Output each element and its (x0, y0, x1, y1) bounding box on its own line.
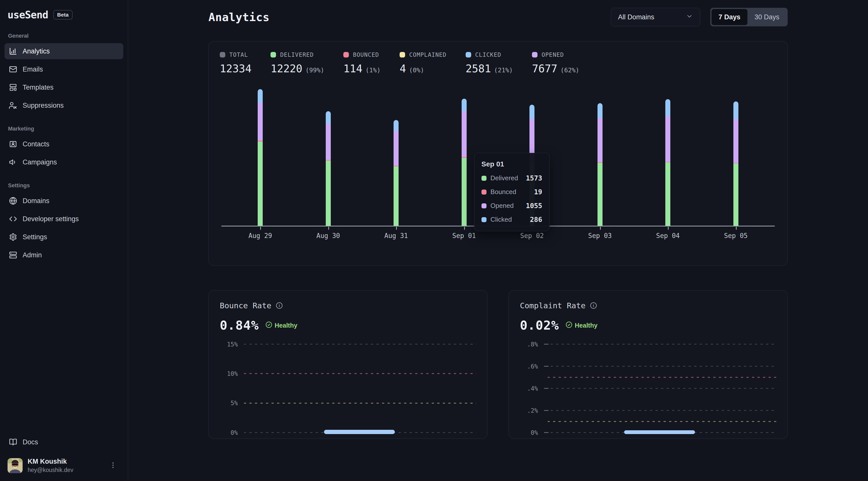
bar-sep-04[interactable] (665, 99, 670, 226)
sidebar-item-settings[interactable]: Settings (4, 229, 123, 245)
bar-segment-clicked (733, 101, 738, 119)
email-volume-card: TOTAL12334DELIVERED12220(99%)BOUNCED114(… (209, 41, 787, 266)
complaint-rate-value: 0.02% (520, 318, 559, 333)
bar-segment-delivered (394, 166, 399, 226)
bar-segment-clicked (529, 105, 534, 119)
bounce-rate-value: 0.84% (220, 318, 259, 333)
sidebar-item-campaigns[interactable]: Campaigns (4, 154, 123, 170)
rate-line-segment (324, 430, 395, 434)
y-axis-label: 0% (220, 429, 238, 436)
y-axis-tick (544, 344, 549, 345)
stat-complained: COMPLAINED4(0%) (400, 52, 446, 75)
tooltip-value: 19 (534, 188, 542, 196)
bar-aug-30[interactable] (326, 111, 331, 226)
contact-card-icon (9, 140, 17, 148)
chart-tooltip: Sep 01 Delivered1573Bounced19Opened1055C… (474, 153, 550, 231)
stat-value-row: 7677(62%) (532, 63, 579, 75)
stat-label: BOUNCED (353, 52, 379, 58)
domain-filter-value: All Domains (618, 13, 654, 21)
x-axis-tick (464, 227, 465, 230)
check-circle-icon (266, 321, 272, 330)
range-option-7-days[interactable]: 7 Days (712, 9, 747, 25)
user-row[interactable]: KM Koushik hey@koushik.dev (7, 458, 120, 474)
bounce-rate-value-row: 0.84% Healthy (220, 318, 476, 333)
complaint-rate-title-row: Complaint Rate (520, 301, 776, 310)
ellipsis-vertical-icon[interactable] (109, 461, 117, 470)
info-icon[interactable] (276, 302, 283, 309)
info-icon[interactable] (590, 302, 597, 309)
bar-aug-31[interactable] (394, 120, 399, 226)
gridline-dash (244, 373, 476, 374)
stat-value: 2581 (466, 63, 491, 75)
tooltip-chip-opened (482, 203, 487, 209)
sidebar-nav: GeneralAnalyticsEmailsTemplatesSuppressi… (4, 21, 124, 265)
sidebar-item-emails[interactable]: Emails (4, 61, 123, 77)
domain-filter-select[interactable]: All Domains (611, 8, 700, 26)
bounce-rate-card: Bounce Rate 0.84% Healthy 15%10%5%0% (209, 290, 488, 439)
threshold-line-danger (548, 377, 776, 378)
threshold-dash (548, 421, 776, 422)
x-axis-tick (260, 227, 261, 230)
y-axis-tick (544, 410, 549, 411)
bar-segment-opened (462, 111, 467, 157)
gridline-dash (551, 366, 776, 367)
bar-sep-03[interactable] (597, 103, 602, 226)
sidebar-item-domains[interactable]: Domains (4, 193, 123, 209)
tooltip-chip-delivered (482, 176, 487, 181)
bounce-status-label: Healthy (275, 322, 298, 329)
check-circle-icon (566, 321, 572, 330)
stat-value: 12334 (220, 63, 251, 75)
bar-sep-01[interactable] (462, 99, 467, 226)
main-content: Analytics All Domains 7 Days 30 Days TOT… (128, 0, 868, 439)
y-axis-label: .8% (520, 341, 538, 348)
stat-label: OPENED (541, 52, 564, 58)
stat-value-row: 114(1%) (343, 63, 380, 75)
range-option-30-days[interactable]: 30 Days (747, 9, 786, 25)
rate-line-segment (624, 430, 695, 434)
stat-percent: (21%) (494, 67, 513, 74)
x-axis-label: Sep 01 (452, 232, 476, 239)
stat-dot-delivered (271, 52, 276, 58)
stat-dot-clicked (466, 52, 471, 58)
sidebar-item-contacts[interactable]: Contacts (4, 136, 123, 152)
bar-segment-opened (733, 119, 738, 163)
x-axis-tick (736, 227, 737, 230)
threshold-dash (548, 377, 776, 378)
stats-row: TOTAL12334DELIVERED12220(99%)BOUNCED114(… (220, 52, 776, 75)
gridline-dash (551, 344, 776, 345)
bar-segment-delivered (665, 162, 670, 226)
sidebar-item-templates[interactable]: Templates (4, 79, 123, 95)
gridline-complaint-rate-2-: .2% (544, 410, 776, 411)
chart-column-icon (9, 47, 17, 55)
complaint-status-badge: Healthy (566, 321, 597, 330)
tooltip-title: Sep 01 (482, 160, 542, 168)
bounce-rate-title-row: Bounce Rate (220, 301, 476, 310)
bar-segment-clicked (597, 103, 602, 118)
tooltip-label: Delivered (491, 174, 522, 182)
bar-segment-opened (258, 103, 263, 140)
sidebar-item-developer-settings[interactable]: Developer settings (4, 211, 123, 227)
bar-sep-05[interactable] (733, 101, 738, 226)
sidebar-item-admin[interactable]: Admin (4, 247, 123, 263)
tooltip-row-opened: Opened1055 (482, 202, 542, 210)
gridline-dash (551, 388, 776, 389)
sidebar-item-label: Campaigns (23, 158, 57, 166)
sidebar-item-suppressions[interactable]: Suppressions (4, 97, 123, 114)
gridline-dash (244, 344, 476, 345)
bar-segment-opened (597, 118, 602, 162)
y-axis-tick (544, 366, 549, 367)
x-axis-label: Aug 30 (316, 232, 340, 239)
sidebar-item-label: Templates (23, 84, 54, 91)
tooltip-value: 1573 (526, 174, 542, 182)
stat-clicked: CLICKED2581(21%) (466, 52, 513, 75)
stat-dot-complained (400, 52, 405, 58)
stat-label: TOTAL (229, 52, 248, 58)
stat-total: TOTAL12334 (220, 52, 251, 75)
bar-segment-clicked (462, 99, 467, 111)
gear-icon (9, 233, 17, 241)
stat-percent: (0%) (409, 67, 424, 74)
sidebar-item-analytics[interactable]: Analytics (4, 43, 123, 59)
bar-aug-29[interactable] (258, 89, 263, 226)
sidebar-item-docs[interactable]: Docs (4, 434, 123, 450)
y-axis-label: 5% (220, 400, 238, 407)
